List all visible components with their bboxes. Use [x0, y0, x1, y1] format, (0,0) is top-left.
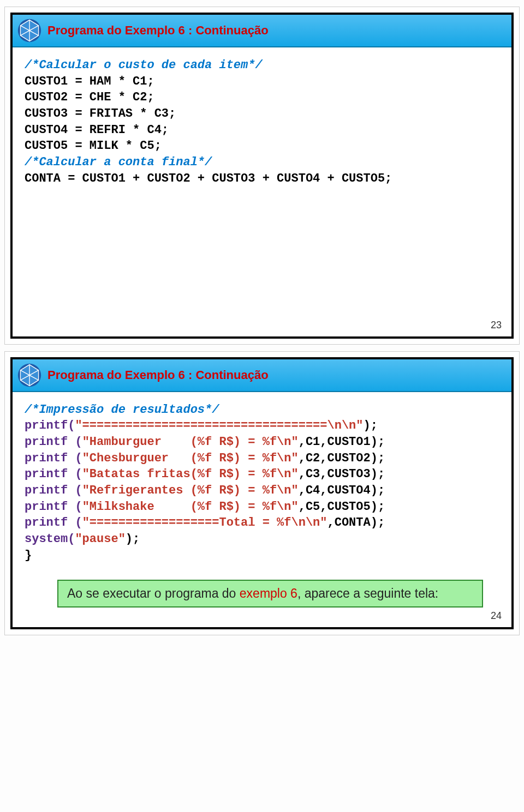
- code-string: "pause": [75, 532, 125, 546]
- slide-24-wrap: Programa do Exemplo 6 : Continuação /*Im…: [4, 351, 520, 636]
- code-kw: printf(: [25, 419, 75, 432]
- note-highlight: exemplo 6: [240, 586, 297, 600]
- code-block: /*Impressão de resultados*/ printf("====…: [25, 402, 499, 564]
- code-tail: ,C1,CUSTO1);: [299, 435, 385, 449]
- slide-24: Programa do Exemplo 6 : Continuação /*Im…: [10, 357, 514, 630]
- code-tail: ,CONTA);: [327, 516, 385, 530]
- code-comment: /*Impressão de resultados*/: [25, 403, 219, 417]
- note-text-pre: Ao se executar o programa do: [67, 586, 240, 600]
- code-string: "Refrigerantes (%f R$) = %f\n": [82, 484, 299, 497]
- code-string: "==================Total = %f\n\n": [82, 516, 327, 530]
- globe-logo-icon: [17, 363, 42, 388]
- code-line: }: [25, 549, 32, 562]
- note-box: Ao se executar o programa do exemplo 6, …: [57, 580, 483, 608]
- slide-title: Programa do Exemplo 6 : Continuação: [47, 368, 269, 382]
- code-kw: printf (: [25, 467, 82, 481]
- code-line: CUSTO5 = MILK * C5;: [25, 139, 162, 153]
- code-kw: system(: [25, 532, 75, 546]
- code-comment: /*Calcular a conta final*/: [25, 155, 212, 169]
- code-tail: );: [364, 419, 378, 432]
- code-string: "Batatas fritas(%f R$) = %f\n": [82, 467, 299, 481]
- code-kw: printf (: [25, 500, 82, 514]
- code-kw: printf (: [25, 435, 82, 449]
- slide-body: /*Impressão de resultados*/ printf("====…: [13, 392, 511, 628]
- code-line: CUSTO1 = HAM * C1;: [25, 75, 154, 88]
- code-kw: printf (: [25, 516, 82, 530]
- slide-title: Programa do Exemplo 6 : Continuação: [47, 23, 269, 38]
- slide-23-wrap: Programa do Exemplo 6 : Continuação /*Ca…: [4, 7, 520, 345]
- code-string: "==================================\n\n": [75, 419, 363, 432]
- code-comment: /*Calcular o custo de cada item*/: [25, 58, 263, 72]
- code-tail: ,C4,CUSTO4);: [299, 484, 385, 497]
- title-bar: Programa do Exemplo 6 : Continuação: [13, 359, 511, 392]
- code-tail: ,C5,CUSTO5);: [299, 500, 385, 514]
- code-string: "Milkshake (%f R$) = %f\n": [82, 500, 299, 514]
- code-string: "Hamburguer (%f R$) = %f\n": [82, 435, 299, 449]
- globe-logo-icon: [17, 18, 42, 43]
- code-tail: ,C3,CUSTO3);: [299, 467, 385, 481]
- code-kw: printf (: [25, 484, 82, 497]
- code-tail: );: [126, 532, 140, 546]
- title-bar: Programa do Exemplo 6 : Continuação: [13, 15, 511, 47]
- slide-body: /*Calcular o custo de cada item*/ CUSTO1…: [13, 47, 511, 336]
- code-block: /*Calcular o custo de cada item*/ CUSTO1…: [25, 57, 499, 187]
- code-string: "Chesburguer (%f R$) = %f\n": [82, 452, 299, 465]
- code-line: CONTA = CUSTO1 + CUSTO2 + CUSTO3 + CUSTO…: [25, 172, 392, 185]
- code-line: CUSTO2 = CHE * C2;: [25, 91, 154, 104]
- note-text-post: , aparece a seguinte tela:: [297, 586, 438, 600]
- page-number: 24: [491, 610, 502, 622]
- code-line: CUSTO3 = FRITAS * C3;: [25, 107, 176, 121]
- code-tail: ,C2,CUSTO2);: [299, 452, 385, 465]
- code-kw: printf (: [25, 452, 82, 465]
- code-line: CUSTO4 = REFRI * C4;: [25, 123, 169, 137]
- slide-23: Programa do Exemplo 6 : Continuação /*Ca…: [10, 13, 514, 339]
- page-number: 23: [491, 320, 502, 331]
